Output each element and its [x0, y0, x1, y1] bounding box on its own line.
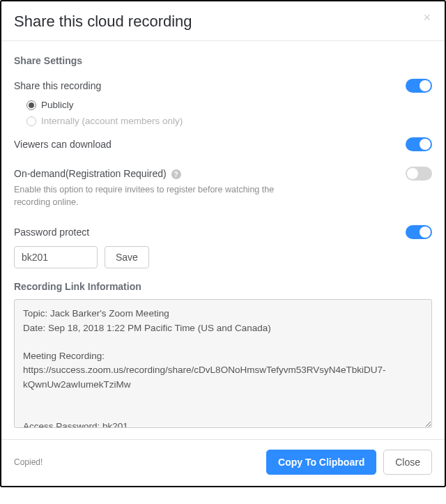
- recording-link-info-heading: Recording Link Information: [14, 281, 432, 292]
- share-settings-heading: Share Settings: [14, 55, 432, 66]
- share-internally-label: Internally (account members only): [41, 116, 183, 126]
- save-password-button[interactable]: Save: [105, 246, 149, 268]
- share-scope-radio-group: Publicly Internally (account members onl…: [26, 100, 432, 126]
- password-protect-row: Password protect: [14, 225, 432, 239]
- modal-title: Share this cloud recording: [14, 13, 432, 31]
- viewers-download-label: Viewers can download: [14, 139, 112, 150]
- on-demand-row: On-demand(Registration Required) ?: [14, 167, 432, 181]
- modal-body: Share Settings Share this recording Publ…: [1, 41, 445, 440]
- help-icon[interactable]: ?: [171, 169, 181, 179]
- radio-icon: [26, 116, 36, 126]
- recording-link-textarea[interactable]: [14, 299, 432, 428]
- close-icon[interactable]: ×: [419, 10, 435, 26]
- viewers-download-toggle[interactable]: [406, 137, 432, 151]
- password-input[interactable]: [14, 246, 98, 268]
- share-publicly-radio[interactable]: Publicly: [26, 100, 432, 110]
- copy-to-clipboard-button[interactable]: Copy To Clipboard: [266, 450, 376, 475]
- modal-footer: Copied! Copy To Clipboard Close: [1, 440, 445, 486]
- on-demand-help-text: Enable this option to require invitees t…: [14, 183, 307, 208]
- on-demand-label: On-demand(Registration Required) ?: [14, 168, 181, 179]
- modal-header: Share this cloud recording ×: [1, 1, 445, 41]
- share-recording-modal: Share this cloud recording × Share Setti…: [0, 0, 446, 487]
- share-internally-radio[interactable]: Internally (account members only): [26, 116, 432, 126]
- on-demand-toggle[interactable]: [406, 167, 432, 181]
- share-recording-toggle[interactable]: [406, 79, 432, 93]
- password-protect-toggle[interactable]: [406, 225, 432, 239]
- copied-status: Copied!: [14, 457, 266, 467]
- close-button[interactable]: Close: [383, 450, 432, 475]
- password-protect-label: Password protect: [14, 227, 89, 238]
- viewers-download-row: Viewers can download: [14, 137, 432, 151]
- share-recording-row: Share this recording: [14, 79, 432, 93]
- radio-icon: [26, 100, 36, 110]
- share-publicly-label: Publicly: [41, 100, 74, 110]
- share-recording-label: Share this recording: [14, 80, 101, 91]
